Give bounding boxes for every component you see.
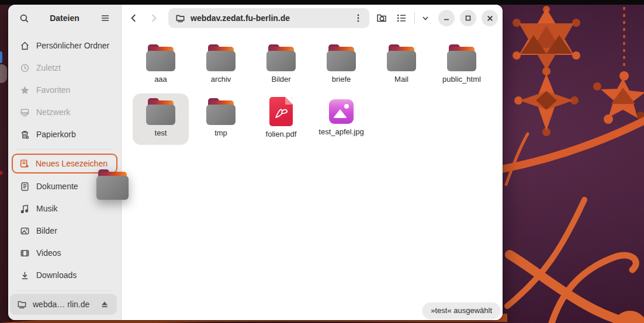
sidebar-item-label: Musik	[36, 204, 58, 213]
file-item-folder[interactable]: tmp	[193, 93, 249, 145]
list-view-icon	[396, 13, 407, 23]
file-name: folien.pdf	[266, 130, 297, 139]
sidebar-item-label: Papierkorb	[36, 130, 76, 139]
file-grid: aaa archiv Bilder briefe Mail	[122, 32, 503, 320]
close-icon	[486, 15, 494, 22]
chevron-left-icon	[129, 13, 139, 23]
close-button[interactable]	[482, 10, 498, 26]
snowflake-ornament	[513, 6, 580, 70]
download-icon	[20, 270, 30, 280]
picture-icon	[20, 226, 30, 236]
sidebar-item-label: Persönlicher Ordner	[36, 41, 109, 50]
remote-folder-icon	[175, 13, 185, 23]
file-item-image[interactable]: test_apfel.jpg	[313, 93, 369, 145]
chevron-right-icon	[148, 13, 159, 23]
file-name: briefe	[332, 75, 351, 84]
view-options-button[interactable]	[418, 8, 433, 28]
content-pane: webdav.zedat.fu-berlin.de	[122, 5, 503, 320]
minimize-button[interactable]	[438, 10, 455, 26]
search-button[interactable]	[16, 11, 32, 26]
sidebar-item-pictures[interactable]: Bilder	[10, 220, 119, 242]
bookmark-new-icon	[19, 159, 29, 169]
file-item-folder[interactable]: briefe	[313, 40, 369, 91]
files-window: Dateien Persönlicher Ordner Zuletzt	[8, 5, 503, 320]
sidebar-item-starred[interactable]: Favoriten	[10, 79, 119, 101]
header-bar: webdav.zedat.fu-berlin.de	[122, 5, 503, 32]
location-text: webdav.zedat.fu-berlin.de	[191, 13, 347, 23]
mount-label: webda… rlin.de	[33, 300, 95, 309]
hanging-star-ornament	[593, 0, 644, 124]
file-row-1: aaa archiv Bilder briefe Mail	[133, 40, 503, 91]
sidebar-item-label: Favoriten	[36, 85, 70, 95]
sidebar-item-label: Netzwerk	[36, 107, 70, 117]
sidebar-item-network[interactable]: Netzwerk	[10, 101, 119, 123]
folder-icon	[206, 44, 236, 71]
star-icon	[20, 85, 30, 95]
search-icon	[19, 13, 29, 23]
sidebar: Dateien Persönlicher Ordner Zuletzt	[8, 5, 122, 320]
sidebar-item-label: Downloads	[36, 270, 77, 280]
kebab-icon	[357, 13, 359, 23]
folder-icon	[146, 98, 175, 125]
folder-icon	[447, 44, 476, 71]
sidebar-header: Dateien	[8, 5, 121, 32]
forward-button[interactable]	[144, 8, 164, 28]
folder-icon	[96, 169, 129, 200]
file-name: public_html	[442, 75, 481, 84]
search-in-location-button[interactable]	[372, 8, 392, 28]
folder-icon	[327, 44, 356, 71]
eject-icon	[101, 300, 109, 308]
file-name: aaa	[154, 75, 167, 84]
sidebar-item-music[interactable]: Musik	[10, 197, 119, 220]
file-item-folder-selected[interactable]: test	[133, 93, 189, 145]
sidebar-item-webdav-mount[interactable]: webda… rlin.de	[10, 294, 117, 315]
sidebar-item-label: Bilder	[36, 226, 57, 235]
file-row-2: test tmp folien.pdf test_apfel.jpg	[133, 93, 503, 145]
music-note-icon	[20, 204, 30, 214]
app-title: Dateien	[32, 13, 98, 23]
maximize-button[interactable]	[460, 10, 476, 26]
file-name: test_apfel.jpg	[318, 127, 363, 137]
sidebar-item-trash[interactable]: Papierkorb	[10, 123, 119, 145]
selection-status-badge: »test« ausgewählt	[423, 303, 500, 318]
maximize-icon	[465, 15, 472, 22]
sidebar-item-videos[interactable]: Videos	[10, 242, 119, 264]
remote-folder-icon	[17, 300, 27, 310]
location-menu-button[interactable]	[352, 12, 365, 25]
folder-icon	[206, 98, 236, 125]
sidebar-item-home[interactable]: Persönlicher Ordner	[10, 34, 119, 57]
dragged-folder-ghost	[96, 169, 129, 200]
file-name: Bilder	[271, 75, 290, 84]
sidebar-item-label: Zuletzt	[36, 63, 61, 72]
diamond-ornament	[514, 67, 579, 136]
toolbar-separator	[414, 12, 415, 24]
file-name: tmp	[214, 128, 227, 138]
sidebar-item-downloads[interactable]: Downloads	[10, 264, 119, 286]
video-icon	[20, 248, 30, 258]
file-item-pdf[interactable]: folien.pdf	[253, 93, 309, 145]
menu-button[interactable]	[98, 11, 113, 26]
sidebar-item-recent[interactable]: Zuletzt	[10, 57, 119, 79]
chevron-down-icon	[421, 14, 430, 22]
eject-button[interactable]	[101, 300, 110, 309]
hamburger-icon	[101, 14, 110, 22]
file-item-folder[interactable]: public_html	[434, 40, 490, 91]
sidebar-divider-bottom	[16, 290, 113, 291]
pdf-icon	[269, 97, 293, 126]
new-bookmark-label: Neues Lesezeichen	[36, 159, 108, 168]
folder-icon	[266, 44, 296, 71]
sidebar-item-label: Dokumente	[36, 182, 78, 191]
network-icon	[20, 107, 30, 117]
list-view-button[interactable]	[392, 8, 411, 28]
document-icon	[20, 182, 30, 192]
minimize-icon	[443, 15, 450, 22]
clock-icon	[20, 63, 30, 73]
file-name: Mail	[394, 75, 408, 84]
file-item-folder[interactable]: Bilder	[253, 40, 309, 91]
location-bar[interactable]: webdav.zedat.fu-berlin.de	[168, 8, 369, 28]
file-item-folder[interactable]: Mail	[373, 40, 430, 91]
file-item-folder[interactable]: archiv	[193, 40, 249, 91]
back-button[interactable]	[124, 8, 144, 28]
file-item-folder[interactable]: aaa	[133, 40, 189, 91]
folder-search-icon	[376, 12, 387, 24]
